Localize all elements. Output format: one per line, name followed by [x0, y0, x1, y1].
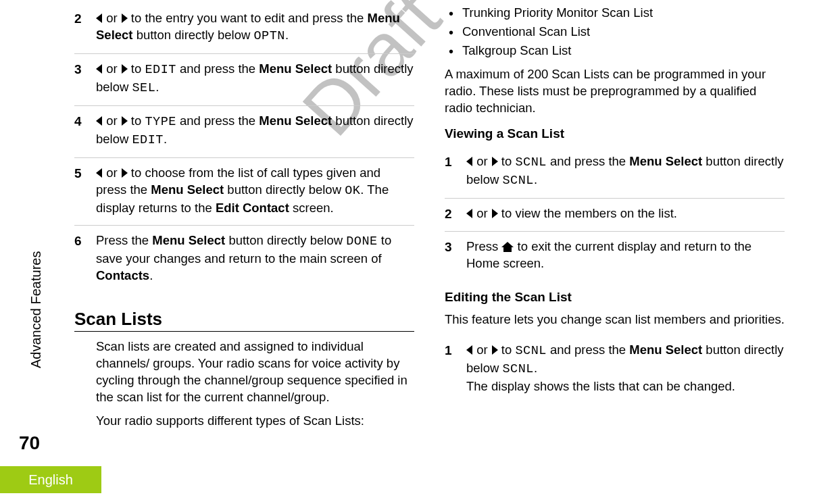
- text: and press the: [176, 61, 259, 76]
- bold-text: Menu Select: [151, 182, 224, 197]
- step-number: 3: [445, 238, 466, 256]
- right-column: Trunking Priority Monitor Scan List Conv…: [431, 0, 801, 457]
- step-number: 5: [74, 165, 96, 182]
- procedure-step: 4 or to TYPE and press the Menu Select b…: [74, 106, 414, 158]
- list-item: Conventional Scan List: [445, 22, 785, 41]
- arrow-left-icon: [466, 345, 472, 355]
- text: or: [103, 61, 121, 76]
- text: or: [103, 114, 121, 128]
- arrow-left-icon: [466, 209, 472, 218]
- text: or: [473, 343, 491, 357]
- section-heading-scan-lists: Scan Lists: [74, 309, 414, 332]
- arrow-right-icon: [492, 209, 498, 218]
- arrow-left-icon: [96, 168, 102, 178]
- step-number: 1: [445, 153, 466, 171]
- text: and press the: [547, 343, 629, 357]
- code-text: EDIT: [145, 63, 176, 77]
- code-text: SEL: [132, 81, 155, 95]
- code-text: TYPE: [145, 115, 176, 129]
- text: to: [498, 154, 516, 168]
- left-column: 2 or to the entry you want to edit and p…: [71, 0, 431, 457]
- page-number: 70: [19, 432, 40, 454]
- step-body: or to SCNL and press the Menu Select but…: [466, 342, 785, 395]
- text: or: [103, 166, 121, 180]
- paragraph: Your radio supports different types of S…: [96, 413, 414, 430]
- text: or: [103, 11, 121, 25]
- list-item: Trunking Priority Monitor Scan List: [445, 3, 785, 22]
- arrow-right-icon: [122, 14, 128, 23]
- text: button directly below: [225, 233, 346, 247]
- text: The display shows the lists that can be …: [466, 379, 735, 393]
- page: Draft Advanced Features 70 English 2 or …: [0, 0, 815, 504]
- procedure-step: 2 or to view the members on the list.: [445, 199, 785, 232]
- step-body: or to TYPE and press the Menu Select but…: [96, 113, 414, 149]
- text: screen.: [289, 201, 334, 215]
- content-columns: 2 or to the entry you want to edit and p…: [71, 0, 801, 457]
- step-body: Press to exit the current display and re…: [466, 238, 785, 272]
- arrow-left-icon: [96, 116, 102, 126]
- procedure-step: 2 or to the entry you want to edit and p…: [74, 3, 414, 54]
- paragraph: This feature lets you change scan list m…: [445, 311, 785, 328]
- arrow-left-icon: [466, 157, 472, 166]
- code-text: SCNL: [502, 362, 533, 376]
- text: .: [534, 172, 537, 186]
- text: to the entry you want to edit and press …: [128, 11, 368, 25]
- bold-text: Menu Select: [259, 61, 332, 76]
- step-number: 6: [74, 232, 96, 250]
- code-text: OPTN: [253, 29, 285, 43]
- text: .: [155, 80, 159, 94]
- home-icon: [501, 242, 514, 251]
- text: .: [534, 361, 537, 375]
- procedure-step: 1 or to SCNL and press the Menu Select b…: [445, 147, 785, 199]
- procedure-step: 1 or to SCNL and press the Menu Select b…: [445, 335, 785, 403]
- subheading-viewing: Viewing a Scan List: [445, 126, 785, 141]
- text: .: [164, 132, 167, 146]
- bold-text: Menu Select: [259, 114, 332, 128]
- step-body: or to choose from the list of call types…: [96, 165, 414, 217]
- text: and press the: [547, 154, 629, 168]
- text: to: [128, 61, 145, 76]
- step-body: Press the Menu Select button directly be…: [96, 232, 414, 284]
- step-number: 3: [74, 61, 96, 78]
- language-tab: English: [0, 466, 101, 493]
- text: button directly below: [133, 28, 254, 42]
- bold-text: Edit Contact: [216, 201, 289, 215]
- text: Press the: [96, 233, 152, 247]
- step-body: or to the entry you want to edit and pre…: [96, 10, 414, 45]
- paragraph: Scan lists are created and assigned to i…: [96, 338, 414, 406]
- text: .: [285, 28, 289, 42]
- bold-text: Contacts: [96, 268, 149, 282]
- text: .: [149, 268, 153, 282]
- arrow-right-icon: [122, 168, 128, 178]
- scan-list-types: Trunking Priority Monitor Scan List Conv…: [445, 3, 785, 59]
- procedure-step: 3 or to EDIT and press the Menu Select b…: [74, 54, 414, 106]
- step-number: 2: [445, 205, 466, 223]
- bold-text: Menu Select: [629, 343, 702, 357]
- text: and press the: [176, 114, 259, 128]
- chapter-label: Advanced Features: [28, 251, 44, 368]
- arrow-left-icon: [96, 64, 102, 74]
- list-item: Talkgroup Scan List: [445, 41, 785, 60]
- arrow-right-icon: [122, 64, 128, 74]
- arrow-right-icon: [492, 345, 498, 355]
- text: or: [473, 206, 491, 220]
- arrow-right-icon: [492, 157, 498, 166]
- step-number: 4: [74, 113, 96, 130]
- text: Press: [466, 239, 501, 253]
- code-text: SCNL: [502, 174, 533, 188]
- procedure-step: 5 or to choose from the list of call typ…: [74, 158, 414, 226]
- subheading-editing: Editing the Scan List: [445, 290, 785, 305]
- code-text: SCNL: [515, 344, 546, 358]
- code-text: SCNL: [515, 155, 546, 170]
- text: to: [128, 114, 145, 128]
- arrow-left-icon: [96, 14, 102, 23]
- step-body: or to view the members on the list.: [466, 205, 785, 222]
- bold-text: Menu Select: [152, 233, 225, 247]
- step-body: or to EDIT and press the Menu Select but…: [96, 61, 414, 97]
- procedure-step: 3 Press to exit the current display and …: [445, 232, 785, 280]
- code-text: OK: [345, 184, 360, 198]
- text: to view the members on the list.: [498, 206, 677, 220]
- code-text: EDIT: [132, 133, 163, 147]
- text: button directly below: [224, 182, 345, 197]
- procedure-step: 6 Press the Menu Select button directly …: [74, 226, 414, 293]
